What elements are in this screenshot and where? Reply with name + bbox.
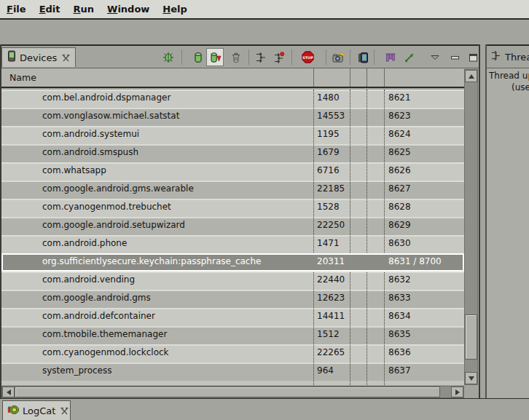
- tab-devices[interactable]: Devices: [1, 47, 76, 67]
- cause-gc-icon[interactable]: [227, 48, 245, 66]
- up-arrow-icon: [469, 74, 474, 79]
- process-port: 8637: [388, 365, 411, 376]
- scroll-left-button[interactable]: [2, 387, 15, 397]
- process-pid: 1195: [317, 129, 340, 139]
- threads-message-line2: (use toolbar button to enable): [489, 82, 529, 93]
- scroll-down-button[interactable]: [465, 372, 477, 384]
- column-divider[interactable]: [367, 68, 367, 87]
- threads-message: Thread updates not enabled for selected …: [489, 70, 529, 93]
- view-menu-icon[interactable]: [426, 48, 444, 66]
- table-row[interactable]: com.cyanogenmod.trebuchet15288628: [1, 199, 464, 217]
- minimize-icon[interactable]: [446, 48, 463, 66]
- table-row[interactable]: com.vonglasow.michael.satstat145538623: [1, 108, 464, 126]
- process-pid: 964: [317, 365, 334, 376]
- table-row[interactable]: com.bel.android.dspmanager14808621: [1, 90, 464, 108]
- process-pid: 14553: [317, 111, 345, 121]
- table-row[interactable]: com.cyanogenmod.lockclock222658636: [1, 344, 464, 362]
- menu-file[interactable]: File: [0, 2, 33, 16]
- process-port: 8634: [388, 311, 411, 321]
- table-row[interactable]: com.android.smspush16798625: [1, 144, 464, 162]
- table-row[interactable]: com.google.android.setupwizard222508629: [1, 217, 464, 235]
- vertical-scrollbar-thumb[interactable]: [465, 314, 477, 360]
- table-row[interactable]: com.android.vending224408632: [1, 272, 464, 290]
- start-method-profiling-icon[interactable]: [270, 48, 288, 66]
- process-name: com.google.android.gms: [42, 293, 151, 303]
- table-row[interactable]: com.google.android.gms126238633: [1, 290, 464, 308]
- process-pid: 20311: [317, 256, 345, 266]
- table-row[interactable]: com.whatsapp67168626: [1, 162, 464, 181]
- menu-run[interactable]: Run: [67, 2, 101, 16]
- close-icon[interactable]: [62, 54, 70, 62]
- process-pid: 6716: [317, 165, 340, 175]
- process-port: 8635: [388, 329, 411, 339]
- debug-process-icon[interactable]: [160, 48, 177, 66]
- table-row[interactable]: system_process9648637: [1, 362, 464, 381]
- menu-help[interactable]: Help: [156, 2, 193, 16]
- table-row[interactable]: org.sufficientlysecure.keychain:passphra…: [1, 253, 464, 272]
- process-port: 8630: [388, 238, 411, 248]
- table-row[interactable]: com.android.phone14718630: [1, 235, 464, 253]
- process-pid: 14411: [317, 311, 345, 321]
- main-toolbar-strip: [0, 20, 529, 46]
- tab-threads[interactable]: Threads: [487, 47, 529, 67]
- process-pid: 22440: [317, 274, 345, 285]
- table-row[interactable]: com.tmobile.thememanager15128635: [1, 326, 464, 344]
- table-row[interactable]: com.android.systemui11958624: [1, 126, 464, 144]
- systrace-icon[interactable]: [382, 48, 399, 66]
- threads-icon: [490, 50, 501, 64]
- scroll-right-button[interactable]: [451, 387, 463, 397]
- process-port: 8631 / 8700: [388, 256, 442, 266]
- process-name: com.android.smspush: [42, 147, 138, 157]
- column-divider[interactable]: [384, 68, 385, 87]
- column-gridline: [384, 90, 385, 385]
- device-phone-icon: [7, 50, 16, 65]
- stop-process-icon[interactable]: STOP: [299, 48, 316, 66]
- process-port: 8621: [388, 92, 411, 103]
- dump-view-hierarchy-icon[interactable]: [355, 48, 372, 66]
- table-row[interactable]: com.android.defcontainer144118634: [1, 308, 464, 326]
- start-opengl-trace-icon[interactable]: [401, 48, 418, 66]
- scroll-up-button[interactable]: [465, 70, 477, 82]
- menu-window[interactable]: Window: [101, 2, 156, 16]
- process-pid: 22250: [317, 220, 345, 230]
- devices-toolbar: STOP: [151, 47, 479, 67]
- process-name: com.cyanogenmod.lockclock: [42, 347, 169, 357]
- right-arrow-icon: [455, 389, 460, 395]
- toolbar-separator: [374, 49, 375, 65]
- device-table: com.bel.android.dspmanager14808621com.vo…: [1, 90, 464, 385]
- menu-edit[interactable]: Edit: [33, 2, 67, 16]
- toolbar-separator: [291, 49, 292, 65]
- process-pid: 22185: [317, 183, 345, 194]
- process-name: com.bel.android.dspmanager: [42, 92, 171, 103]
- process-name: com.android.vending: [42, 274, 135, 285]
- devices-tabbar: Devices: [1, 46, 479, 68]
- tab-logcat[interactable]: LogCat: [2, 400, 71, 420]
- process-name: com.android.phone: [42, 238, 127, 248]
- update-threads-icon[interactable]: [252, 48, 270, 66]
- update-heap-icon[interactable]: [189, 48, 207, 66]
- process-port: 8629: [388, 220, 411, 230]
- logcat-bar: LogCat: [0, 399, 529, 420]
- close-icon[interactable]: [60, 407, 68, 415]
- toolbar-separator: [248, 49, 249, 65]
- process-port: 8627: [388, 183, 411, 194]
- process-port: 8623: [388, 111, 411, 121]
- process-name: com.vonglasow.michael.satstat: [42, 111, 179, 121]
- column-header-name[interactable]: Name: [9, 72, 36, 83]
- process-port: 8628: [388, 202, 411, 212]
- toolbar-separator: [326, 49, 326, 65]
- column-divider[interactable]: [313, 68, 314, 87]
- screen-capture-icon[interactable]: [330, 48, 348, 66]
- table-row[interactable]: com.google.android.gms.wearable221858627: [1, 181, 464, 199]
- horizontal-scrollbar[interactable]: [1, 386, 464, 398]
- column-divider[interactable]: [350, 68, 350, 87]
- vertical-scrollbar[interactable]: [464, 69, 478, 385]
- process-name: com.google.android.setupwizard: [42, 220, 185, 230]
- toolbar-separator: [350, 49, 350, 65]
- sash-divider[interactable]: [479, 44, 487, 398]
- dump-hprof-icon[interactable]: [206, 48, 224, 66]
- logcat-icon: [7, 404, 19, 418]
- tab-threads-label: Threads: [505, 52, 529, 63]
- process-name: com.tmobile.thememanager: [42, 329, 167, 339]
- horizontal-scrollbar-thumb[interactable]: [15, 387, 440, 397]
